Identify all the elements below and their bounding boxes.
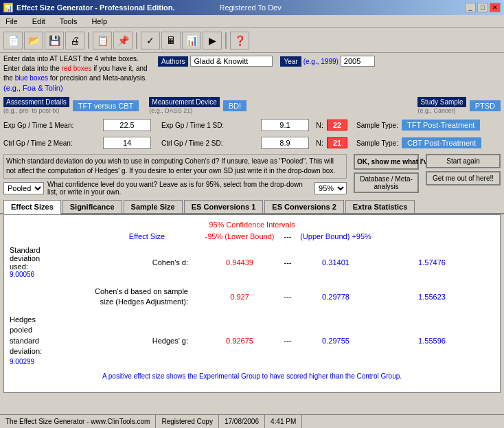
tab-es-conversions-2[interactable]: ES Conversions 2 [264, 200, 344, 213]
save-button[interactable]: 💾 [45, 32, 64, 49]
sd-options-area: Which standard deviation do you wish to … [3, 154, 347, 196]
exp-mean-input[interactable] [103, 119, 151, 131]
toolbar-separator [88, 32, 89, 49]
check-button[interactable]: ✓ [141, 32, 160, 49]
new-button[interactable]: 📄 [3, 32, 23, 49]
graph-button[interactable]: 📊 [182, 32, 201, 49]
maximize-button[interactable]: □ [477, 3, 488, 12]
ctrl-sd-input[interactable] [261, 137, 309, 149]
app-title: Effect Size Generator - Professional Edi… [16, 3, 174, 12]
print-button[interactable]: 🖨 [65, 32, 84, 49]
row3-dash: --- [277, 337, 298, 345]
row2-dash: --- [277, 293, 298, 301]
ci-header: 95% Confidence Intervals [10, 221, 494, 229]
study-sample-value: PTSD [470, 100, 501, 111]
measurement-value: BDI [223, 100, 247, 111]
cohens-d-hedges-name: Cohen's d based on samplesize (Hedges Ad… [92, 286, 202, 306]
hedges-group-label: Hedgespooledstandarddeviation: 9.00299 [10, 315, 92, 367]
start-again-button[interactable]: Start again [426, 154, 501, 168]
sd-select[interactable]: Pooled [3, 182, 44, 194]
close-button[interactable]: ✕ [490, 3, 501, 12]
exp-n-label: N: [316, 121, 323, 129]
ctrl-sample-type-value: CBT Post-Treatment [402, 137, 481, 148]
study-sample-sublabel: (e.g., Cancer) [417, 107, 455, 114]
assessment-sublabel: (e.g., pre- to post-tx) [3, 107, 60, 114]
details-row: Assessment Details (e.g., pre- to post-t… [0, 95, 504, 116]
year-input[interactable] [341, 56, 375, 67]
ctrl-n-value: 21 [327, 137, 347, 148]
menu-edit[interactable]: Edit [30, 16, 47, 26]
ctrl-mean-input[interactable] [103, 137, 151, 149]
es-col-header: Effect Size [92, 232, 202, 240]
header-row: Enter data into AT LEAST the 4 white box… [0, 53, 504, 95]
toolbar-separator3 [225, 32, 227, 49]
conf-select[interactable]: 95% [314, 182, 347, 194]
sd-value-1: 9.00056 [10, 271, 34, 278]
menu-help[interactable]: Help [89, 16, 109, 26]
paste-button[interactable]: 📌 [113, 32, 133, 49]
exp-row: Exp Gp / Time 1 Mean: Exp Gp / Time 1 SD… [0, 116, 504, 134]
ctrl-sample-type-label: Sample Type: [356, 139, 398, 147]
status-date: 17/08/2006 [219, 415, 265, 428]
conf-question-text: What confidence level do you want? Leave… [47, 181, 311, 196]
measurement-sublabel: (e.g., DASS 21) [149, 107, 192, 114]
tab-significance[interactable]: Significance [62, 200, 122, 213]
assessment-label: Assessment Details [3, 97, 69, 107]
cohens-d-hedges-lower: 0.29778 [298, 293, 374, 301]
tabs-bar: Effect Sizes Significance Sample Size ES… [0, 198, 504, 214]
menu-file[interactable]: File [3, 16, 20, 26]
exp-sample-type-label: Sample Type: [356, 122, 398, 129]
tab-effect-sizes[interactable]: Effect Sizes [3, 200, 61, 214]
exp-n-value: 22 [327, 120, 347, 131]
cohens-d-row: Standarddeviationused: 9.00056 Cohen's d… [10, 246, 494, 278]
copy-button[interactable]: 📋 [93, 32, 112, 49]
hedges-g-name: Hedges' g: [92, 337, 202, 345]
cohens-d-hedges-value: 0.927 [202, 293, 277, 301]
exp-sample-type-value: TFT Post-Treatment [402, 120, 480, 131]
tab-sample-size[interactable]: Sample Size [124, 200, 183, 213]
exp-sd-label: Exp Gp / Time 1 SD: [161, 122, 257, 129]
app-icon: 📊 [3, 3, 13, 12]
minimize-button[interactable]: _ [465, 3, 476, 12]
sd-value-2: 9.00299 [10, 358, 34, 365]
cohens-d-hedges-row: Cohen's d based on samplesize (Hedges Ad… [10, 286, 494, 306]
exp-sd-input[interactable] [261, 119, 309, 131]
cohens-d-hedges-upper: 1.55623 [394, 293, 470, 301]
hedges-g-value: 0.92675 [202, 337, 277, 345]
db-button[interactable]: Database / Meta-analysis [354, 172, 419, 193]
tab-extra-statistics[interactable]: Extra Statistics [345, 200, 415, 213]
menu-tools[interactable]: Tools [58, 16, 80, 26]
ctrl-n-label: N: [316, 139, 323, 147]
registered-text: Registered To Dev [219, 3, 281, 12]
study-sample-label: Study Sample [417, 97, 466, 107]
menu-bar: File Edit Tools Help [0, 15, 504, 28]
cohens-d-lower: 0.31401 [298, 258, 374, 267]
lower-bound-header: -95% (Lower Bound) [202, 232, 277, 240]
authors-label: Authors [158, 56, 188, 67]
ctrl-mean-label: Ctrl Gp / Time 2 Mean: [3, 139, 100, 147]
exp-mean-label: Exp Gp / Time 1 Mean: [3, 122, 100, 129]
hedges-g-upper: 1.55596 [394, 337, 470, 345]
ctrl-sd-label: Ctrl Gp / Time 2 SD: [161, 139, 257, 147]
get-out-button[interactable]: Get me out of here!! [426, 171, 501, 185]
info-text: Enter data into AT LEAST the 4 white box… [3, 54, 154, 93]
open-button[interactable]: 📂 [24, 32, 43, 49]
help-button[interactable]: ❓ [230, 32, 249, 49]
forward-button[interactable]: ▶ [203, 32, 222, 49]
sd-question-text: Which standard deviation do you wish to … [3, 154, 347, 179]
tab-es-conversions-1[interactable]: ES Conversions 1 [184, 200, 264, 213]
row1-group-label: Standarddeviationused: 9.00056 [10, 246, 92, 278]
sd-section: Which standard deviation do you wish to … [0, 152, 504, 198]
toolbar: 📄 📂 💾 🖨 📋 📌 ✓ 🖩 📊 ▶ ❓ [0, 28, 504, 53]
measurement-label: Measurement Device [149, 97, 219, 107]
window-controls: _ □ ✕ [465, 3, 501, 12]
status-website: The Effect Size Generator - www.ClinTool… [0, 415, 156, 428]
status-copy: Registered Copy [156, 415, 218, 428]
calc-button[interactable]: 🖩 [161, 32, 181, 49]
bottom-note: A positive effect size shows the Experim… [10, 372, 494, 380]
upper-bound-header: (Upper Bound) +95% [298, 232, 374, 240]
ok-button[interactable]: OK, show me what I've got! [354, 154, 419, 170]
authors-input[interactable] [190, 56, 273, 67]
hedges-g-lower: 0.29755 [298, 337, 374, 345]
assessment-value: TFT versus CBT [73, 100, 139, 111]
